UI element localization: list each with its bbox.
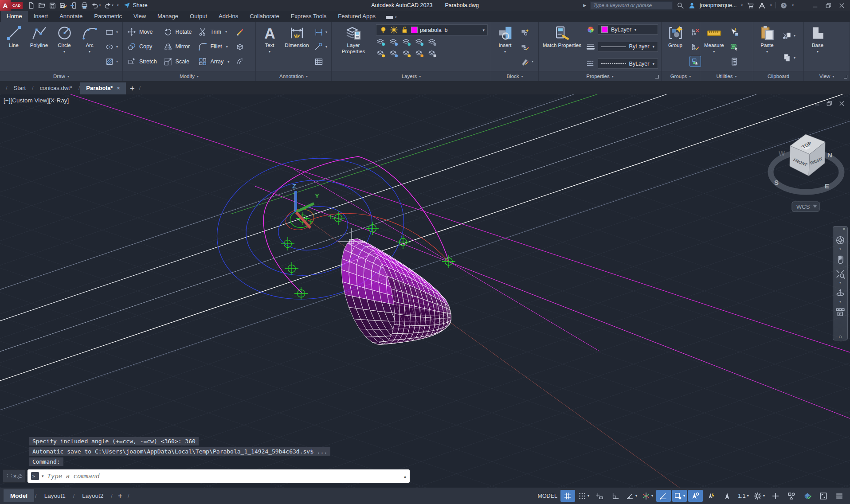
dimension-button[interactable]: Dimension: [284, 23, 309, 70]
viewport-view-control[interactable]: [Custom View]: [10, 97, 49, 104]
command-input[interactable]: [47, 472, 401, 480]
status-annotation-scale-icon[interactable]: [720, 490, 735, 502]
panel-label-modify[interactable]: Modify▾: [123, 71, 255, 81]
orbit-menu-arrow-icon[interactable]: ▾: [839, 300, 841, 303]
command-close-icon[interactable]: ×: [13, 473, 17, 480]
circle-button[interactable]: Circle▾: [54, 23, 75, 70]
layer-tool-icon[interactable]: [389, 49, 399, 59]
drawing-minimize-icon[interactable]: [814, 101, 820, 106]
arc-button[interactable]: Arc▾: [79, 23, 100, 70]
ribbon-tab-parametric[interactable]: Parametric: [88, 11, 128, 22]
fillet-button[interactable]: Fillet▾: [197, 41, 231, 52]
status-customization-plus[interactable]: [768, 490, 783, 502]
open-button[interactable]: [37, 1, 47, 10]
trim-button[interactable]: Trim▾: [197, 26, 231, 37]
status-display-grid[interactable]: [560, 490, 575, 502]
signed-in-user[interactable]: joaopmarque...: [700, 2, 736, 8]
layer-tool-icon[interactable]: [415, 38, 424, 47]
group-button[interactable]: Group: [665, 23, 686, 70]
edit-block-button[interactable]: [520, 42, 534, 52]
full-navigation-wheel-button[interactable]: [834, 234, 846, 246]
ucs-icon[interactable]: Z Y: [292, 182, 319, 228]
ribbon-tab-view[interactable]: View: [128, 11, 152, 22]
undo-button[interactable]: ▾: [90, 1, 102, 10]
status-model-space[interactable]: MODEL: [536, 490, 559, 502]
status-object-snap[interactable]: ▾: [672, 490, 687, 502]
file-tab-conicasdwt[interactable]: conicas.dwt*: [34, 82, 78, 94]
new-drawing-tab-button[interactable]: +: [130, 85, 135, 93]
quick-calculator-button[interactable]: [729, 56, 740, 66]
ribbon-tab-insert[interactable]: Insert: [28, 11, 54, 22]
panel-label-draw[interactable]: Draw▾: [0, 71, 122, 81]
layer-tool-icon[interactable]: [427, 49, 437, 59]
navbar-options-icon[interactable]: ⊖: [838, 335, 842, 339]
erase-button[interactable]: [235, 27, 245, 37]
line-button[interactable]: Line: [3, 23, 24, 70]
file-tab-Parabola[interactable]: Parabola*×: [80, 82, 126, 94]
leader-button[interactable]: ▾: [313, 42, 328, 52]
status-dynamic-input[interactable]: [592, 490, 607, 502]
panel-label-annotation[interactable]: Annotation▾: [256, 71, 331, 81]
base-button[interactable]: Base▾: [807, 23, 828, 70]
command-input-bar[interactable]: >_ ▾ ▴: [27, 469, 410, 483]
panel-launcher-icon[interactable]: [655, 75, 659, 78]
autodesk-menu-arrow-icon[interactable]: ▾: [770, 4, 772, 7]
linetype-dropdown[interactable]: ByLayer ▾: [598, 59, 658, 69]
panel-label-utilities[interactable]: Utilities▾: [700, 71, 753, 81]
app-store-cart-icon[interactable]: [747, 2, 754, 9]
status-workspace-switching[interactable]: ▾: [752, 490, 767, 502]
status-polar-tracking[interactable]: ▾: [624, 490, 639, 502]
status-customization-menu[interactable]: [832, 490, 846, 502]
layout-tab-layout1[interactable]: Layout1: [38, 489, 72, 502]
file-tab-Start[interactable]: Start: [8, 82, 31, 94]
ribbon-tab-featured-apps[interactable]: Featured Apps: [332, 11, 381, 22]
drawing-restore-icon[interactable]: [826, 101, 832, 106]
redo-button[interactable]: ▾: [102, 1, 115, 10]
copy-button[interactable]: Copy: [126, 41, 158, 52]
layer-tool-icon[interactable]: [376, 49, 386, 59]
new-button[interactable]: [26, 1, 36, 10]
paraboloid-mesh[interactable]: [341, 238, 451, 344]
viewport-minus-control[interactable]: [−]: [4, 97, 10, 104]
restore-button[interactable]: [823, 1, 834, 10]
panel-label-clipboard[interactable]: Clipboard: [753, 71, 803, 81]
wcs-menu[interactable]: WCS: [792, 202, 819, 211]
file-tab-close-icon[interactable]: ×: [117, 85, 120, 91]
text-button[interactable]: AText▾: [259, 23, 280, 70]
select-window-button[interactable]: [729, 42, 740, 52]
layer-tool-icon[interactable]: [415, 49, 424, 59]
viewcube[interactable]: S E N W TOP FRONT RIGHT: [771, 134, 842, 192]
status-clean-screen[interactable]: [816, 490, 830, 502]
layer-properties-button[interactable]: Layer Properties: [335, 23, 372, 70]
recent-commands-arrow-icon[interactable]: ▾: [42, 474, 44, 478]
command-customize-wrench-icon[interactable]: [17, 473, 24, 480]
orbit-button[interactable]: [834, 287, 846, 299]
help-menu-arrow-icon[interactable]: ▾: [792, 4, 794, 7]
status-object-snap-tracking[interactable]: [656, 490, 671, 502]
command-drag-handle[interactable]: ⋮⋮: [5, 473, 13, 479]
status-snap-mode[interactable]: ▾: [576, 490, 591, 502]
array-button[interactable]: Array▾: [197, 56, 231, 67]
move-button[interactable]: Move: [126, 26, 158, 37]
ungroup-button[interactable]: [690, 27, 701, 37]
zoom-menu-arrow-icon[interactable]: ▾: [839, 281, 841, 284]
ribbon-display-options-button[interactable]: ▾: [386, 16, 397, 19]
paste-button[interactable]: Paste▾: [756, 23, 778, 70]
status-ortho-mode[interactable]: [608, 490, 623, 502]
ribbon-tab-home[interactable]: Home: [1, 11, 28, 22]
customize-quick-access-button[interactable]: ▾: [115, 1, 120, 10]
command-prompt-icon[interactable]: >_: [31, 472, 39, 480]
panel-label-block[interactable]: Block▾: [491, 71, 538, 81]
mirror-button[interactable]: Mirror: [162, 41, 193, 52]
panel-label-groups[interactable]: Groups▾: [662, 71, 700, 81]
status-annotation-visibility[interactable]: [688, 490, 703, 502]
search-icon[interactable]: [677, 2, 684, 9]
define-attributes-button[interactable]: ▾: [520, 56, 534, 66]
help-icon[interactable]: ?: [780, 2, 787, 9]
navbar-close-icon[interactable]: ✕: [842, 227, 846, 231]
dimlinear-button[interactable]: ▾: [313, 27, 328, 37]
insert-button[interactable]: Insert▾: [494, 23, 516, 70]
lineweight-dropdown[interactable]: ByLayer ▾: [598, 42, 658, 52]
status-graphics-performance[interactable]: [800, 490, 815, 502]
explode-button[interactable]: [235, 42, 245, 52]
